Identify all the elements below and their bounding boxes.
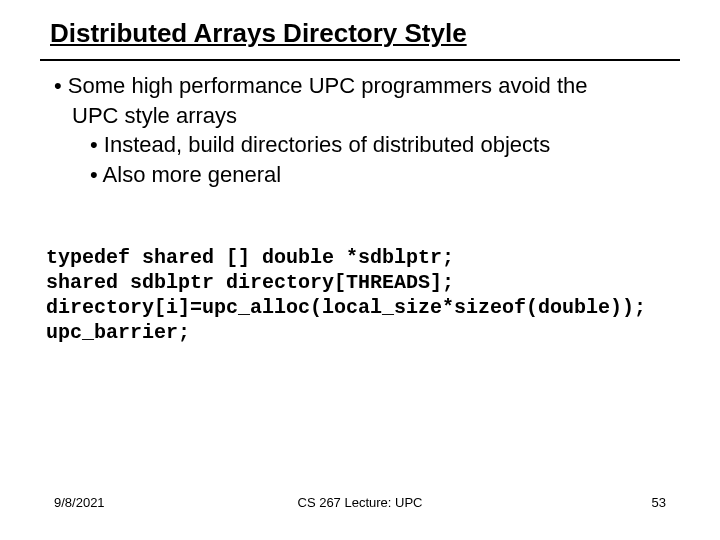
footer: 9/8/2021 CS 267 Lecture: UPC 53	[54, 495, 666, 510]
bullet-2b: • Also more general	[54, 161, 674, 189]
footer-center: CS 267 Lecture: UPC	[297, 495, 422, 510]
body-text: • Some high performance UPC programmers …	[54, 72, 674, 190]
bullet-2a: • Instead, build directories of distribu…	[54, 131, 674, 159]
footer-date: 9/8/2021	[54, 495, 105, 510]
bullet-1-cont: UPC style arrays	[54, 102, 674, 130]
title-underline-rule	[40, 59, 680, 61]
footer-page-number: 53	[652, 495, 666, 510]
code-block: typedef shared [] double *sdblptr; share…	[46, 245, 676, 345]
bullet-1: • Some high performance UPC programmers …	[54, 72, 674, 100]
slide-title: Distributed Arrays Directory Style	[50, 18, 467, 49]
slide: Distributed Arrays Directory Style • Som…	[0, 0, 720, 540]
